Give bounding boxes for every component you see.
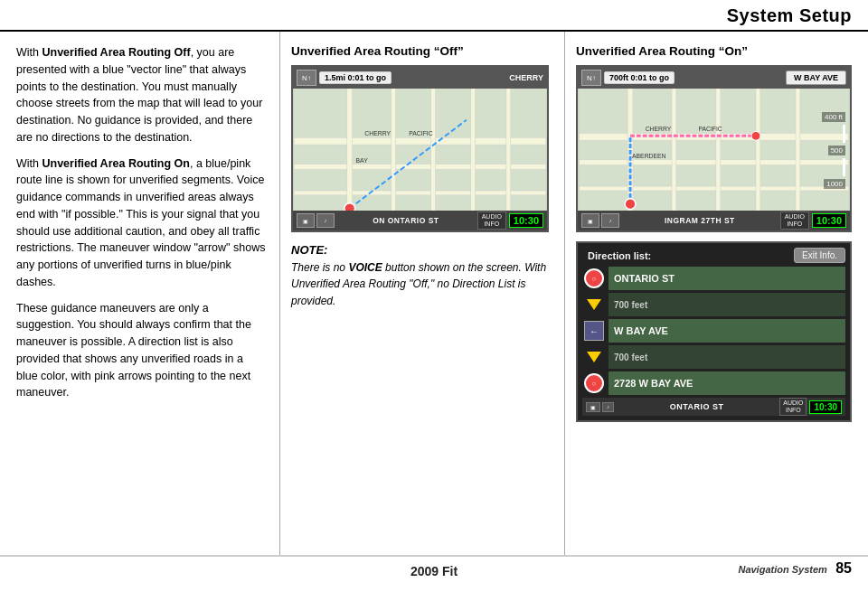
svg-rect-15 — [579, 67, 848, 230]
map-off-dist: 1.5mi 0:01 to go — [319, 71, 392, 84]
svg-rect-17 — [579, 160, 848, 165]
svg-rect-6 — [431, 88, 436, 230]
map-on-nav-icon: N↑ — [581, 70, 601, 86]
map-off-svg: CHERRY PACIFIC BAY 1/8 mi — [293, 67, 547, 230]
map-on-dest: W BAY AVE — [786, 70, 846, 85]
dir-list-title: Direction list: — [582, 249, 656, 263]
map-on-svg: CHERRY PACIFIC ABERDEEN 1/8 mi — [578, 67, 850, 230]
col-left: With Unverified Area Routing Off, you ar… — [0, 32, 280, 555]
map-on-topbar-left: N↑ 700ft 0:01 to go — [581, 70, 675, 86]
note-section: NOTE: There is no VOICE button shown on … — [291, 241, 553, 309]
map-off-icon-1: ▣ — [297, 213, 315, 228]
dir-bottom-street: ONTARIO ST — [670, 402, 724, 411]
dir-exit-button[interactable]: Exit Info. — [794, 248, 845, 263]
svg-text:CHERRY: CHERRY — [646, 126, 672, 132]
map-on-bottom-right: AUDIOINFO 10:30 — [780, 211, 846, 230]
col-middle: Unverified Area Routing “Off” CHERRY PAC… — [280, 32, 565, 555]
map-on: CHERRY PACIFIC ABERDEEN 1/8 mi N↑ — [576, 65, 852, 232]
dir-bottom-icon-2: ♪ — [602, 402, 614, 412]
dir-bottom-icon-1: ▣ — [586, 402, 600, 412]
svg-rect-18 — [579, 186, 848, 191]
dir-arrow-4 — [587, 352, 601, 362]
svg-text:CHERRY: CHERRY — [364, 130, 391, 136]
page-footer: 2009 Fit Navigation System 85 — [0, 556, 868, 582]
dir-row-1: ○ ONTARIO ST — [582, 267, 845, 290]
dir-circle-red-1: ○ — [584, 268, 604, 288]
svg-rect-21 — [716, 88, 721, 230]
svg-text:PACIFIC: PACIFIC — [698, 126, 722, 132]
map-on-audio: AUDIOINFO — [780, 211, 809, 230]
scale-bar-v2 — [843, 158, 845, 176]
map-off: CHERRY PACIFIC BAY 1/8 mi N↑ 1.5mi 0:01 … — [291, 65, 549, 232]
dir-icon-1: ○ — [582, 267, 606, 290]
dir-icon-3: ← — [582, 319, 606, 343]
svg-point-30 — [751, 131, 760, 140]
svg-text:PACIFIC: PACIFIC — [409, 130, 432, 136]
map-on-time: 10:30 — [812, 213, 846, 228]
para1-with: With — [16, 46, 42, 59]
col-middle-title: Unverified Area Routing “Off” — [291, 44, 553, 58]
map-on-dist: 700ft 0:01 to go — [604, 71, 675, 84]
map-off-street: ON ONTARIO ST — [373, 216, 439, 225]
col-right-title: Unverified Area Routing “On” — [576, 44, 857, 58]
dir-bottom-right: AUDIOINFO 10:30 — [779, 398, 842, 417]
scale-1000: 1000 — [824, 179, 845, 189]
footer-right: Navigation System 85 — [738, 560, 852, 577]
scale-400: 400 ft — [822, 112, 845, 122]
note-voice-bold: VOICE — [348, 261, 382, 274]
para-routing-off: With Unverified Area Routing Off, you ar… — [16, 44, 267, 146]
map-off-audio: AUDIOINFO — [477, 211, 506, 230]
para1-bold: Unverified Area Routing Off — [42, 46, 190, 59]
svg-rect-8 — [506, 88, 511, 230]
svg-rect-22 — [756, 88, 760, 230]
para-routing-on: With Unverified Area Routing On, a blue/… — [16, 155, 267, 291]
map-off-nav-icon: N↑ — [297, 70, 316, 86]
map-on-topbar: N↑ 700ft 0:01 to go W BAY AVE — [578, 67, 850, 89]
map-off-bottombar: ▣ ♪ ON ONTARIO ST AUDIOINFO 10:30 — [293, 211, 547, 230]
map-off-topbar-left: N↑ 1.5mi 0:01 to go — [297, 70, 392, 86]
map-off-bottom-right: AUDIOINFO 10:30 — [477, 211, 543, 230]
map-off-time: 10:30 — [509, 213, 543, 228]
dir-turn-3: ← — [584, 321, 604, 341]
svg-text:BAY: BAY — [356, 157, 369, 164]
dir-label-4: 700 feet — [609, 345, 845, 369]
map-off-bottom-icons: ▣ ♪ — [297, 213, 335, 228]
para1-text: , you are presented with a blue "vector … — [16, 46, 262, 144]
para2-with: With — [16, 157, 42, 170]
main-columns: With Unverified Area Routing Off, you ar… — [0, 32, 868, 556]
scale-500: 500 — [828, 146, 845, 155]
footer-nav-label: Navigation System — [738, 564, 826, 575]
dir-icon-5: ○ — [582, 371, 606, 395]
map-on-bottom-icons: ▣ ♪ — [581, 213, 619, 228]
svg-rect-5 — [392, 88, 396, 230]
svg-rect-7 — [471, 88, 476, 230]
svg-point-29 — [625, 199, 636, 210]
svg-rect-20 — [672, 88, 676, 230]
dir-list-header: Direction list: Exit Info. — [582, 248, 845, 263]
svg-rect-23 — [796, 88, 800, 230]
col-right: Unverified Area Routing “On” CHERRY PACI… — [565, 32, 868, 555]
dir-icon-2 — [582, 293, 606, 316]
para3-text: These guidance maneuvers are only a sugg… — [16, 302, 251, 399]
para2-text: , a blue/pink route line is shown for un… — [16, 157, 265, 288]
para-guidance: These guidance maneuvers are only a sugg… — [16, 300, 267, 402]
map-off-topbar: N↑ 1.5mi 0:01 to go CHERRY — [293, 67, 547, 89]
page-title: System Setup — [727, 5, 852, 25]
page-header: System Setup — [0, 0, 868, 32]
dir-label-5: 2728 W BAY AVE — [609, 371, 845, 395]
dir-bottom-icons: ▣ ♪ — [586, 402, 614, 412]
dir-audio: AUDIOINFO — [779, 398, 807, 417]
dir-row-2: 700 feet — [582, 293, 845, 316]
dir-label-2: 700 feet — [609, 293, 845, 316]
para2-bold: Unverified Area Routing On — [42, 157, 189, 170]
dir-row-4: 700 feet — [582, 345, 845, 369]
dir-row-5: ○ 2728 W BAY AVE — [582, 371, 845, 395]
dir-label-1: ONTARIO ST — [609, 267, 845, 290]
footer-center: 2009 Fit — [410, 564, 458, 578]
dir-time: 10:30 — [809, 400, 842, 414]
dir-circle-red-5: ○ — [584, 373, 604, 393]
footer-page-num: 85 — [835, 560, 852, 576]
scale-bar-v1 — [843, 125, 845, 143]
dir-bottombar: ▣ ♪ ONTARIO ST AUDIOINFO 10:30 — [582, 398, 845, 416]
dir-icon-4 — [582, 345, 606, 369]
